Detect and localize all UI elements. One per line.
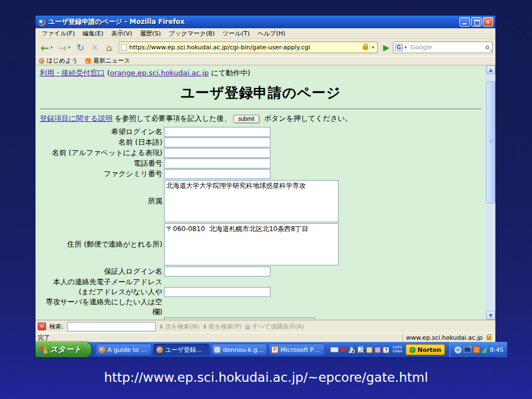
name-japanese-input[interactable] — [164, 137, 270, 147]
field-label-affiliation: 所属 — [40, 196, 164, 206]
reload-button[interactable]: ↻ — [74, 42, 87, 54]
forward-dropdown-icon[interactable]: ▾ — [68, 45, 73, 50]
back-dropdown-icon[interactable]: ▾ — [50, 45, 55, 50]
tray-collapse-icon[interactable]: < — [454, 346, 462, 354]
form-row: 本人の連絡先電子メールアドレス (まだアドレスがない人や 専攻サーバを連絡先にし… — [40, 277, 482, 317]
field-label-phone: 電話番号 — [40, 158, 164, 168]
norton-check-icon: ✓ — [410, 347, 416, 353]
menu-history[interactable]: 履歴(S) — [136, 28, 165, 39]
field-label-name-alpha: 名前 (アルファベットによる表現) — [40, 148, 164, 158]
guarantor-login-input[interactable] — [164, 267, 270, 277]
postal-address-textarea[interactable]: 〒060-0810 北海道札幌市北区北10条西8丁目 — [164, 223, 339, 265]
registration-help-link[interactable]: 登録項目に関する説明 — [40, 114, 112, 122]
bookmarks-toolbar: はじめよう 最新ニュース — [35, 56, 495, 65]
tray-app-icon[interactable] — [473, 346, 480, 353]
form-row: 所属 北海道大学大学院理学研究科地球惑星科学専攻 — [40, 180, 482, 222]
ime-help-icon[interactable]: ? — [383, 347, 389, 353]
address-text[interactable]: https://www.ep.sci.hokudai.ac.jp/cgi-bin… — [129, 44, 361, 51]
status-lock-icon — [487, 336, 492, 340]
find-input[interactable] — [67, 322, 156, 331]
taskbar-button-registration[interactable]: ユーザ登録申... — [154, 344, 209, 356]
findbar-close-icon[interactable]: ✕ — [38, 323, 46, 330]
login-name-input[interactable] — [164, 127, 270, 137]
vertical-scrollbar[interactable]: ▲ ▼ — [486, 65, 495, 320]
menu-bar: ファイル(F) 編集(E) 表示(V) 履歴(S) ブックマーク(B) ツール(… — [35, 28, 495, 39]
reception-window-link[interactable]: 利用・接続受付窓口 — [40, 69, 105, 77]
norton-badge[interactable]: ✓ Norton — [406, 344, 445, 355]
email-input[interactable] — [164, 287, 270, 297]
windows-logo-icon — [40, 346, 47, 354]
scroll-up-icon[interactable]: ▲ — [486, 65, 495, 74]
status-security-zone: www.ep.sci.hokudai.ac.jp — [402, 334, 493, 341]
presentation-slide: ユーザ登録申請のページ - Mozilla Firefox × ファイル(F) … — [0, 0, 532, 399]
submit-button[interactable]: submit — [233, 115, 259, 123]
bookmark-latest-news[interactable]: 最新ニュース — [85, 57, 130, 65]
bookmark-getting-started[interactable]: はじめよう — [39, 57, 78, 65]
menu-tools[interactable]: ツール(T) — [219, 28, 254, 39]
browser-viewport: 利用・接続受付窓口 (orange.ep.sci.hokudai.ac.jp に… — [35, 65, 495, 320]
google-engine-icon[interactable]: G — [395, 44, 402, 51]
scrollbar-thumb[interactable] — [486, 81, 495, 203]
ime-tools-icon[interactable] — [366, 347, 372, 353]
form-row: 名前 (アルファベットによる表現) — [40, 148, 482, 158]
phone-input[interactable] — [164, 158, 270, 168]
go-button[interactable]: ▶ — [381, 43, 392, 53]
back-button[interactable]: ← — [38, 42, 52, 54]
name-alphabet-input[interactable] — [164, 148, 270, 158]
web-search-box[interactable]: G ▾ Google — [393, 42, 493, 53]
ime-input-mode[interactable]: あ — [349, 345, 355, 355]
search-engine-dropdown-icon[interactable]: ▾ — [402, 45, 408, 50]
pen-icon[interactable] — [341, 347, 346, 352]
terminal-icon — [214, 346, 221, 353]
signal-bars-icon[interactable] — [482, 347, 487, 353]
search-placeholder[interactable]: Google — [408, 44, 485, 51]
form-row: 名前 (日本語) — [40, 137, 482, 147]
firefox-icon — [99, 346, 105, 353]
menu-edit[interactable]: 編集(E) — [79, 28, 108, 39]
taskbar-button-dennou[interactable]: dennou-k.gfd... — [211, 344, 267, 356]
ime-conversion-mode[interactable]: 般 — [357, 345, 364, 355]
field-label-guarantor: 保証人ログイン名 — [40, 267, 164, 277]
form-row: 希望ログイン名 — [40, 127, 482, 137]
search-magnifier-icon[interactable] — [485, 45, 489, 49]
start-button[interactable]: スタート — [35, 342, 91, 357]
page-icon — [121, 44, 127, 51]
firefox-icon — [156, 346, 163, 353]
stop-button[interactable]: × — [88, 42, 101, 54]
affiliation-textarea[interactable]: 北海道大学大学院理学研究科地球惑星科学専攻 — [164, 180, 339, 222]
forward-button[interactable]: → — [56, 42, 69, 54]
highlight-all-button[interactable]: ▤ すべて強調表示(A) — [245, 323, 304, 331]
find-prev-button[interactable]: ⬆ 前を検索(P) — [202, 323, 242, 331]
minimize-button[interactable] — [459, 17, 470, 27]
keyboard-icon[interactable] — [330, 347, 339, 352]
firefox-bookmark-icon — [39, 58, 44, 64]
field-label-email: 本人の連絡先電子メールアドレス (まだアドレスがない人や 専攻サーバを連絡先にし… — [40, 277, 164, 317]
address-bar[interactable]: https://www.ep.sci.hokudai.ac.jp/cgi-bin… — [119, 42, 378, 53]
status-bar: 完了 www.ep.sci.hokudai.ac.jp — [35, 332, 495, 342]
home-button[interactable]: ⌂ — [103, 42, 116, 54]
window-titlebar[interactable]: ユーザ登録申請のページ - Mozilla Firefox × — [35, 16, 495, 28]
server-host-link[interactable]: orange.ep.sci.hokudai.ac.jp — [110, 69, 209, 77]
menu-view[interactable]: 表示(V) — [108, 28, 136, 39]
close-button[interactable]: × — [483, 17, 493, 27]
taskbar-button-powerpoint[interactable]: P Microsoft Po... — [269, 344, 325, 356]
find-bar: ✕ 検索: ⬇ 次を検索(N) ⬆ 前を検索(P) ▤ すべて強調表示(A) — [35, 320, 495, 332]
menu-help[interactable]: ヘルプ(H) — [253, 28, 289, 39]
ime-pad-icon[interactable] — [375, 347, 381, 353]
status-text: 完了 — [38, 334, 402, 342]
form-row: ファクシミリ番号 — [40, 169, 482, 179]
scrollbar-track[interactable] — [486, 74, 495, 311]
field-label-name-jp: 名前 (日本語) — [40, 137, 164, 147]
find-next-button[interactable]: ⬇ 次を検索(N) — [159, 323, 199, 331]
field-label-login: 希望ログイン名 — [40, 127, 164, 137]
address-dropdown-icon[interactable]: ▾ — [370, 45, 376, 50]
restore-button[interactable] — [471, 17, 482, 27]
scroll-down-icon[interactable]: ▼ — [486, 311, 495, 320]
menu-file[interactable]: ファイル(F) — [38, 28, 79, 39]
fax-input[interactable] — [164, 169, 270, 179]
field-label-fax: ファクシミリ番号 — [40, 169, 164, 179]
menu-bookmarks[interactable]: ブックマーク(B) — [165, 28, 218, 39]
taskbar-button-guide[interactable]: A guide to th... — [96, 344, 152, 356]
network-icon[interactable] — [464, 347, 471, 352]
page-title: ユーザ登録申請のページ — [40, 84, 482, 102]
